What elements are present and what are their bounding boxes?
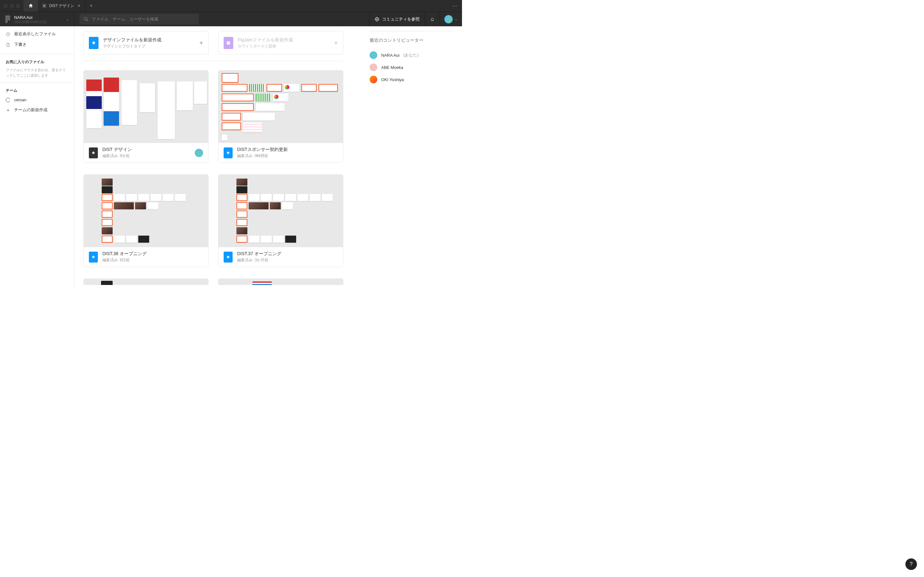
home-tab[interactable] xyxy=(23,0,38,11)
app-menu-button[interactable]: ⋯ xyxy=(447,0,462,11)
document-tab[interactable]: DIST デザイン ✕ xyxy=(38,0,86,11)
svg-line-2 xyxy=(87,20,88,21)
sidebar-label: 最近表示したファイル xyxy=(14,31,56,37)
clock-icon xyxy=(6,32,10,37)
team-icon xyxy=(6,98,10,102)
sidebar-item-team-ceroan[interactable]: ceroan xyxy=(0,95,74,105)
chevron-down-icon: ⌄ xyxy=(66,17,69,21)
figma-file-icon xyxy=(42,3,47,8)
figjam-file-icon xyxy=(224,37,233,49)
figma-file-icon xyxy=(89,251,98,263)
create-title: デザインファイルを新規作成 xyxy=(103,37,195,43)
svg-point-1 xyxy=(84,17,87,20)
main-toolbar: NARA Aoi nara.aoi@ceroan.co.jp ⌄ コミュニティを… xyxy=(0,11,462,26)
avatar-icon xyxy=(370,63,377,71)
plus-icon: + xyxy=(334,39,338,47)
file-name: DIST.37 オープニング xyxy=(237,251,338,257)
file-thumbnail xyxy=(218,71,343,143)
contributor-name: OKI Yoshiya xyxy=(381,77,404,82)
tab-bar: DIST デザイン ✕ + ⋯ xyxy=(0,0,462,11)
chevron-down-icon: ⌄ xyxy=(455,17,457,21)
contributor-item[interactable]: ABE Moeka xyxy=(370,61,453,73)
sidebar-item-recent[interactable]: 最近表示したファイル xyxy=(0,29,74,39)
file-card-partial[interactable] xyxy=(218,279,343,285)
plus-icon xyxy=(6,108,10,113)
avatar-icon xyxy=(370,76,377,83)
maximize-window-icon[interactable] xyxy=(16,4,19,8)
file-edited-time: 編集済み: 9時間前 xyxy=(237,153,338,159)
create-figjam-file[interactable]: FigJamファイルを新規作成 ホワイトボードと図表 + xyxy=(218,31,343,55)
contributors-heading: 最近のコントリビューター xyxy=(370,31,453,43)
figma-file-icon xyxy=(224,251,233,263)
tab-title: DIST デザイン xyxy=(49,3,74,9)
search-box[interactable] xyxy=(79,14,199,25)
file-card[interactable]: DISTスポンサー契約更新編集済み: 9時間前 xyxy=(218,70,343,163)
contributor-name: ABE Moeka xyxy=(381,65,403,70)
sidebar-label: 下書き xyxy=(14,42,27,47)
sidebar: 最近表示したファイル 下書き お気に入りのファイル ファイルにマウスを合わせ、星… xyxy=(0,26,74,288)
contributor-name: NARA Aoi xyxy=(381,53,399,58)
sidebar-heading-favorites: お気に入りのファイル xyxy=(0,55,74,67)
sidebar-label: チームの新規作成 xyxy=(14,107,47,113)
design-file-icon xyxy=(89,37,99,49)
window-traffic-lights xyxy=(0,0,23,11)
plus-icon: + xyxy=(199,39,203,47)
sidebar-label: ceroan xyxy=(14,98,26,102)
community-link[interactable]: コミュニティを参照 xyxy=(369,12,425,26)
file-thumbnail xyxy=(84,175,208,247)
community-label: コミュニティを参照 xyxy=(382,16,420,22)
user-menu[interactable]: ⌄ xyxy=(439,12,462,26)
new-tab-button[interactable]: + xyxy=(86,0,97,11)
file-card[interactable]: DIST デザイン編集済み: 5分前 xyxy=(83,70,208,163)
create-design-file[interactable]: デザインファイルを新規作成 デザインとプロトタイプ + xyxy=(83,31,208,55)
contributors-panel: 最近のコントリビューター NARA Aoi(あなた)ABE MoekaOKI Y… xyxy=(370,31,453,85)
notifications-button[interactable] xyxy=(425,12,439,26)
collaborator-avatar-icon xyxy=(195,149,203,157)
figma-file-icon xyxy=(224,147,233,158)
file-card[interactable]: DIST.37 オープニング編集済み: 3か月前 xyxy=(218,174,343,267)
create-subtitle: ホワイトボードと図表 xyxy=(238,44,330,49)
avatar-icon xyxy=(370,51,377,59)
svg-point-0 xyxy=(8,18,10,21)
sidebar-heading-teams: チーム xyxy=(0,84,74,95)
file-name: DISTスポンサー契約更新 xyxy=(237,147,338,153)
search-input[interactable] xyxy=(92,17,195,21)
search-icon xyxy=(83,17,89,22)
figma-logo-icon xyxy=(5,15,10,23)
file-thumbnail xyxy=(84,71,208,143)
bell-icon xyxy=(430,17,435,22)
svg-rect-9 xyxy=(227,41,230,45)
you-suffix: (あなた) xyxy=(403,52,419,58)
main-content: デザインファイルを新規作成 デザインとプロトタイプ + FigJamファイルを新… xyxy=(74,26,462,288)
file-edited-time: 編集済み: 3か月前 xyxy=(237,258,338,263)
file-edited-time: 編集済み: 5分前 xyxy=(102,153,190,159)
create-title: FigJamファイルを新規作成 xyxy=(238,37,330,43)
file-thumbnail xyxy=(218,175,343,247)
sidebar-item-drafts[interactable]: 下書き xyxy=(0,39,74,50)
contributor-item[interactable]: OKI Yoshiya xyxy=(370,73,453,85)
file-name: DIST.38 オープニング xyxy=(102,251,203,257)
close-window-icon[interactable] xyxy=(4,4,7,8)
user-email: nara.aoi@ceroan.co.jp xyxy=(14,20,62,23)
user-avatar-icon xyxy=(444,15,453,23)
minimize-window-icon[interactable] xyxy=(10,4,13,8)
file-name: DIST デザイン xyxy=(102,147,190,153)
close-tab-button[interactable]: ✕ xyxy=(77,3,81,8)
user-name: NARA Aoi xyxy=(14,15,62,20)
sidebar-favorites-help: ファイルにマウスを合わせ、星をクリックしてここに追加します xyxy=(0,67,74,81)
file-card-partial[interactable] xyxy=(83,279,208,285)
file-icon xyxy=(6,43,10,47)
create-subtitle: デザインとプロトタイプ xyxy=(103,44,195,49)
file-card[interactable]: DIST.38 オープニング編集済み: 6日前 xyxy=(83,174,208,267)
file-edited-time: 編集済み: 6日前 xyxy=(102,258,203,263)
figma-file-icon xyxy=(89,147,98,158)
account-switcher[interactable]: NARA Aoi nara.aoi@ceroan.co.jp ⌄ xyxy=(0,12,74,26)
contributor-item[interactable]: NARA Aoi(あなた) xyxy=(370,49,453,61)
home-icon xyxy=(28,3,33,8)
sidebar-item-create-team[interactable]: チームの新規作成 xyxy=(0,105,74,115)
globe-icon xyxy=(375,17,380,22)
